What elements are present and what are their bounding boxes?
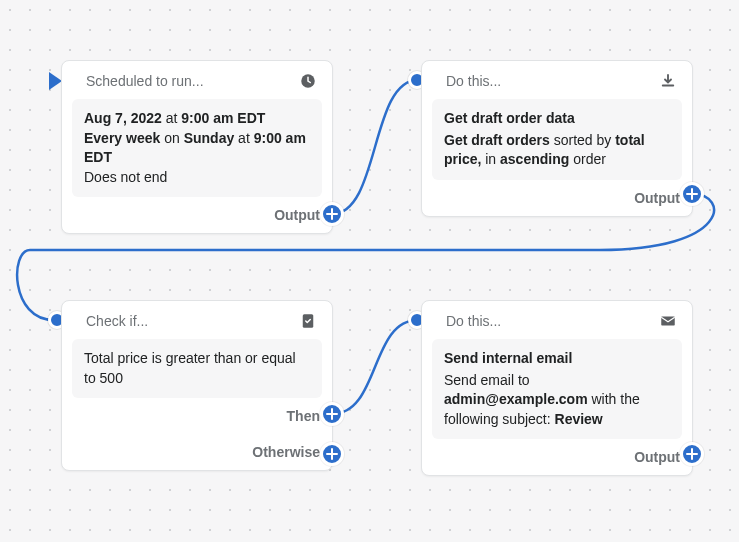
node-action2-title: Do this... [446, 313, 501, 329]
node-action2[interactable]: Do this... Send internal email Send emai… [421, 300, 693, 476]
email-icon [658, 311, 678, 331]
download-icon [658, 71, 678, 91]
svg-rect-2 [661, 317, 675, 326]
add-step-otherwise-button[interactable] [320, 442, 344, 466]
add-step-button[interactable] [680, 442, 704, 466]
node-condition-then-label: Then [287, 408, 320, 424]
node-schedule-title: Scheduled to run... [86, 73, 204, 89]
workflow-canvas[interactable]: Scheduled to run... Aug 7, 2022 at 9:00 … [0, 0, 739, 542]
node-condition-title: Check if... [86, 313, 148, 329]
node-action1[interactable]: Do this... Get draft order data Get draf… [421, 60, 693, 217]
node-condition-body: Total price is greater than or equal to … [72, 339, 322, 398]
node-condition[interactable]: Check if... Total price is greater than … [61, 300, 333, 471]
clock-icon [298, 71, 318, 91]
node-action2-body: Send internal email Send email to admin@… [432, 339, 682, 439]
node-schedule-output-label: Output [274, 207, 320, 223]
node-action1-body: Get draft order data Get draft orders so… [432, 99, 682, 180]
checklist-icon [298, 311, 318, 331]
add-step-then-button[interactable] [320, 402, 344, 426]
add-step-button[interactable] [320, 202, 344, 226]
node-schedule[interactable]: Scheduled to run... Aug 7, 2022 at 9:00 … [61, 60, 333, 234]
node-condition-otherwise-label: Otherwise [252, 444, 320, 460]
node-schedule-body: Aug 7, 2022 at 9:00 am EDT Every week on… [72, 99, 322, 197]
node-action1-title: Do this... [446, 73, 501, 89]
add-step-button[interactable] [680, 182, 704, 206]
node-action1-output-label: Output [634, 190, 680, 206]
node-action2-output-label: Output [634, 449, 680, 465]
